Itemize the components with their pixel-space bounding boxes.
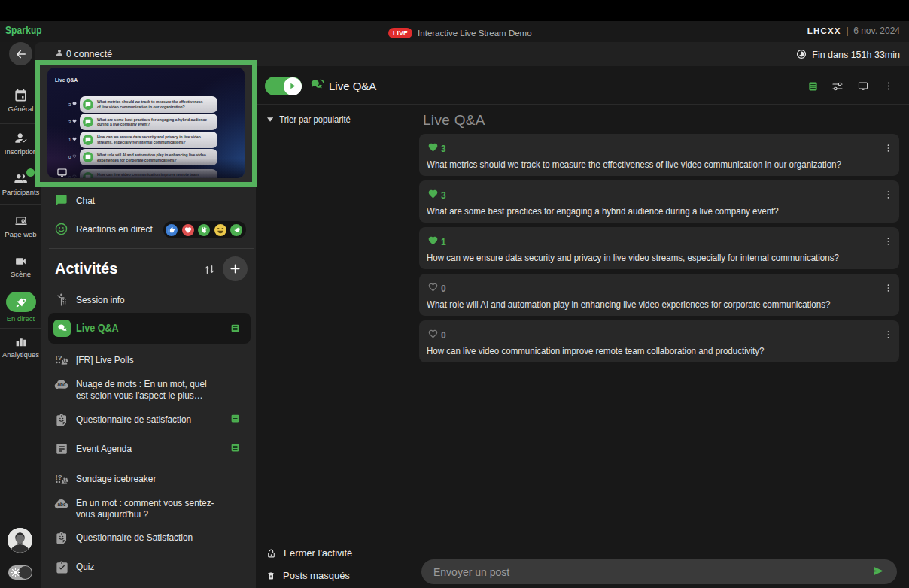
svg-text:abc: abc — [58, 382, 66, 387]
svg-text:abc: abc — [58, 502, 66, 507]
svg-text:!?: !? — [55, 473, 62, 481]
svg-text:!?: !? — [55, 353, 62, 362]
